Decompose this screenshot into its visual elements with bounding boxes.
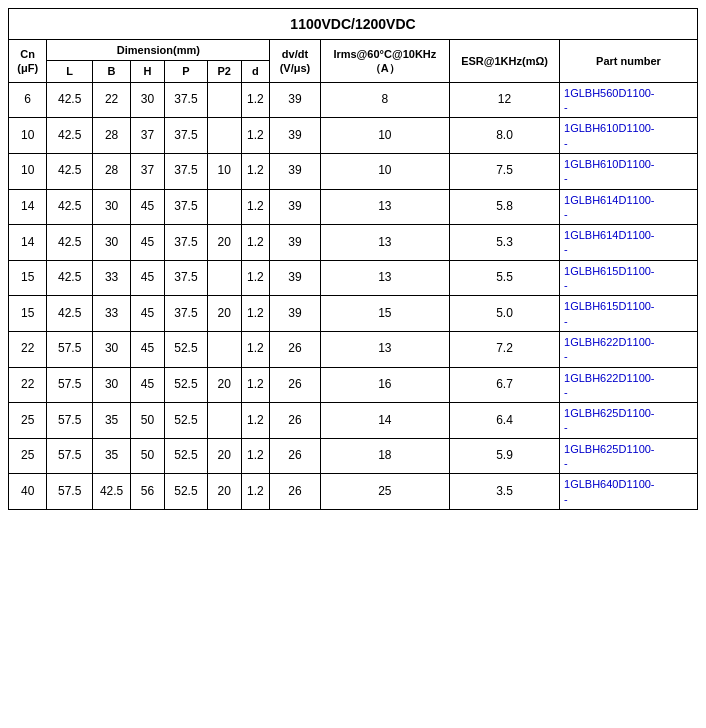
table-row: 1542.5334537.5201.239155.01GLBH615D1100-…: [9, 296, 698, 332]
table-row: 2557.5355052.51.226146.41GLBH625D1100- -: [9, 403, 698, 439]
cell-esr: 7.2: [450, 331, 560, 367]
cell-part: 1GLBH610D1100- -: [560, 153, 698, 189]
cell-part: 1GLBH614D1100- -: [560, 225, 698, 261]
cell-dvdt: 26: [270, 438, 320, 474]
cell-cn: 14: [9, 189, 47, 225]
cell-part: 1GLBH640D1100- -: [560, 474, 698, 510]
table-row: 2257.5304552.51.226137.21GLBH622D1100- -: [9, 331, 698, 367]
cell-part: 1GLBH615D1100- -: [560, 260, 698, 296]
cell-P2: [207, 331, 241, 367]
cell-B: 22: [92, 82, 130, 118]
cell-P: 52.5: [164, 367, 207, 403]
cell-L: 57.5: [47, 403, 93, 439]
title-row: 1100VDC/1200VDC: [9, 9, 698, 40]
cell-B: 30: [92, 189, 130, 225]
main-table: 1100VDC/1200VDC Cn (μF) Dimension(mm) dv…: [8, 8, 698, 510]
cell-L: 42.5: [47, 225, 93, 261]
cell-H: 30: [131, 82, 165, 118]
header-dimension: Dimension(mm): [47, 40, 270, 61]
cell-irms: 10: [320, 153, 449, 189]
cell-irms: 10: [320, 118, 449, 154]
cell-esr: 6.4: [450, 403, 560, 439]
cell-part: 1GLBH610D1100- -: [560, 118, 698, 154]
cell-esr: 12: [450, 82, 560, 118]
cell-part: 1GLBH625D1100- -: [560, 438, 698, 474]
cell-esr: 8.0: [450, 118, 560, 154]
cell-cn: 15: [9, 296, 47, 332]
cell-part: 1GLBH622D1100- -: [560, 331, 698, 367]
table-row: 1442.5304537.51.239135.81GLBH614D1100- -: [9, 189, 698, 225]
cell-P: 37.5: [164, 189, 207, 225]
cell-P: 52.5: [164, 474, 207, 510]
table-row: 1042.5283737.51.239108.01GLBH610D1100- -: [9, 118, 698, 154]
cell-irms: 13: [320, 331, 449, 367]
cell-part: 1GLBH560D1100- -: [560, 82, 698, 118]
cell-dvdt: 39: [270, 118, 320, 154]
cell-H: 50: [131, 438, 165, 474]
sub-header-P: P: [164, 61, 207, 82]
cell-B: 28: [92, 153, 130, 189]
sub-header-d: d: [241, 61, 270, 82]
cell-dvdt: 39: [270, 225, 320, 261]
cell-L: 42.5: [47, 118, 93, 154]
cell-cn: 10: [9, 153, 47, 189]
header-dvdt: dv/dt (V/μs): [270, 40, 320, 83]
table-title: 1100VDC/1200VDC: [9, 9, 698, 40]
cell-P: 37.5: [164, 225, 207, 261]
cell-B: 42.5: [92, 474, 130, 510]
sub-header-H: H: [131, 61, 165, 82]
cell-d: 1.2: [241, 153, 270, 189]
sub-header-B: B: [92, 61, 130, 82]
header-cn: Cn (μF): [9, 40, 47, 83]
cell-part: 1GLBH622D1100- -: [560, 367, 698, 403]
table-row: 4057.542.55652.5201.226253.51GLBH640D110…: [9, 474, 698, 510]
cell-d: 1.2: [241, 296, 270, 332]
cell-L: 57.5: [47, 367, 93, 403]
cell-B: 33: [92, 260, 130, 296]
cell-cn: 6: [9, 82, 47, 118]
cell-part: 1GLBH615D1100- -: [560, 296, 698, 332]
cell-d: 1.2: [241, 438, 270, 474]
cell-L: 42.5: [47, 189, 93, 225]
cell-cn: 22: [9, 331, 47, 367]
cell-d: 1.2: [241, 225, 270, 261]
cell-dvdt: 26: [270, 474, 320, 510]
cell-part: 1GLBH625D1100- -: [560, 403, 698, 439]
cell-cn: 25: [9, 403, 47, 439]
cell-P: 37.5: [164, 153, 207, 189]
cell-irms: 18: [320, 438, 449, 474]
cell-P: 52.5: [164, 438, 207, 474]
cell-cn: 14: [9, 225, 47, 261]
cell-L: 57.5: [47, 474, 93, 510]
cell-d: 1.2: [241, 82, 270, 118]
cell-esr: 5.0: [450, 296, 560, 332]
cell-d: 1.2: [241, 331, 270, 367]
cell-d: 1.2: [241, 118, 270, 154]
cell-dvdt: 26: [270, 367, 320, 403]
header-esr: ESR@1KHz(mΩ): [450, 40, 560, 83]
cell-H: 45: [131, 296, 165, 332]
cell-P2: [207, 118, 241, 154]
cell-P: 37.5: [164, 260, 207, 296]
cell-H: 50: [131, 403, 165, 439]
cell-irms: 13: [320, 225, 449, 261]
cell-dvdt: 26: [270, 331, 320, 367]
cell-H: 45: [131, 331, 165, 367]
cell-P2: [207, 82, 241, 118]
cell-P2: [207, 189, 241, 225]
cell-L: 42.5: [47, 296, 93, 332]
cell-H: 56: [131, 474, 165, 510]
cell-B: 35: [92, 438, 130, 474]
cell-P2: [207, 260, 241, 296]
cell-P2: 10: [207, 153, 241, 189]
cell-H: 37: [131, 153, 165, 189]
header-row: Cn (μF) Dimension(mm) dv/dt (V/μs) Irms@…: [9, 40, 698, 61]
cell-d: 1.2: [241, 189, 270, 225]
cell-B: 30: [92, 331, 130, 367]
cell-L: 57.5: [47, 438, 93, 474]
cell-P2: 20: [207, 474, 241, 510]
cell-L: 42.5: [47, 260, 93, 296]
cell-B: 30: [92, 225, 130, 261]
cell-P2: 20: [207, 438, 241, 474]
cell-P: 52.5: [164, 331, 207, 367]
